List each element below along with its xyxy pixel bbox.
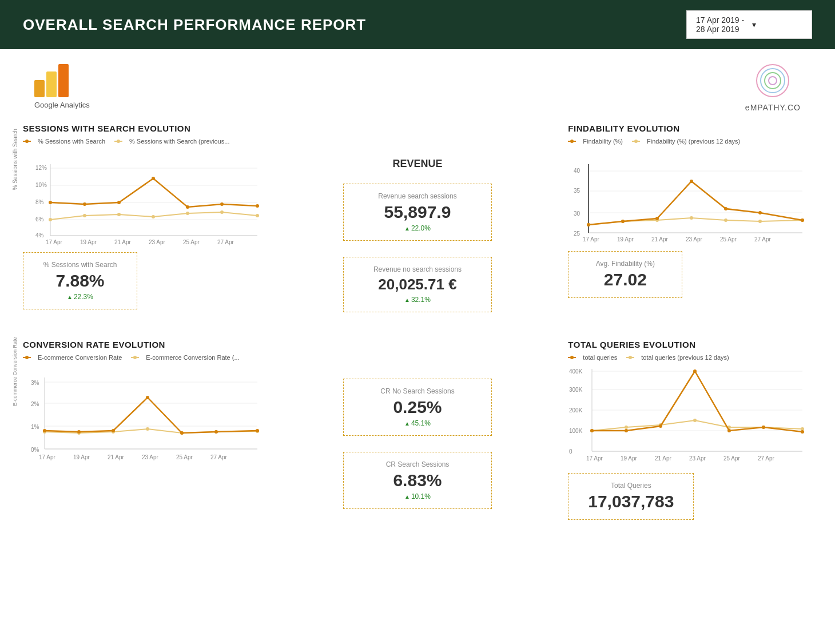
logos-row: Google Analytics eMPATHY.CO [0,49,835,112]
svg-text:0: 0 [569,448,572,455]
svg-point-112 [629,356,632,359]
legend-queries-current: total queries [568,354,617,361]
svg-text:23 Apr: 23 Apr [149,239,166,245]
svg-point-98 [112,429,115,432]
svg-text:17 Apr: 17 Apr [46,239,63,245]
revenue-section: REVENUE Revenue search sessions 55,897.9… [279,118,557,323]
svg-point-66 [724,207,727,210]
empathy-logo: eMPATHY.CO [745,61,801,112]
sessions-legend2: % Sessions with Search (previous... [129,138,229,145]
sessions-stat-value: 7.88% [34,271,126,291]
svg-text:19 Apr: 19 Apr [73,454,90,460]
svg-text:300K: 300K [569,387,583,393]
cr-search-label: CR Search Sessions [354,460,481,468]
legend-sessions-current: % Sessions with Search [23,138,105,145]
svg-text:0%: 0% [31,447,39,453]
findability-legend1: Findability (%) [583,138,623,145]
svg-point-136 [727,429,731,432]
svg-point-78 [133,356,137,359]
cr-nosearch-arrow-icon: ▲ [404,420,410,427]
svg-text:23 Apr: 23 Apr [686,236,703,243]
findability-stat-value: 27.02 [579,270,671,289]
svg-point-97 [77,430,81,434]
findability-stat-box: Avg. Findability (%) 27.02 [568,251,682,298]
conversion-y-label: E-commerce Conversion Rate [12,337,18,406]
sessions-legend: % Sessions with Search % Sessions with S… [23,138,267,145]
legend-conversion-current: E-commerce Conversion Rate [23,354,122,361]
conversion-legend: E-commerce Conversion Rate E-commerce Co… [23,354,267,361]
svg-point-62 [587,223,590,226]
legend-findability-prev-icon [632,138,645,144]
cr-nosearch-label: CR No Search Sessions [354,387,481,395]
svg-text:25 Apr: 25 Apr [723,455,741,462]
svg-text:27 Apr: 27 Apr [210,454,228,460]
legend-queries-prev-icon [626,355,639,360]
svg-point-63 [621,220,625,223]
svg-text:400K: 400K [569,368,583,375]
sessions-chart: 4% 6% 8% 10% 12% [23,147,263,244]
legend-queries-prev: total queries (previous 12 days) [626,354,729,361]
svg-text:10%: 10% [35,182,47,188]
svg-text:19 Apr: 19 Apr [80,239,97,245]
cr-search-value: 6.83% [354,471,481,490]
svg-text:25: 25 [574,230,580,237]
svg-text:3%: 3% [31,380,39,386]
cr-search-box: CR Search Sessions 6.83% ▲ 10.1% [343,452,492,509]
google-analytics-logo: Google Analytics [34,64,90,109]
svg-point-134 [659,424,662,428]
svg-point-24 [186,212,189,215]
ga-bar2 [46,71,57,97]
svg-point-128 [693,419,697,422]
revenue-nosearch-label: Revenue no search sessions [354,265,481,273]
sessions-title: SESSIONS WITH SEARCH EVOLUTION [23,124,267,133]
svg-point-135 [693,369,697,373]
svg-point-60 [758,220,762,223]
svg-point-7 [117,140,120,143]
svg-point-30 [152,177,155,180]
revenue-nosearch-change: ▲ 32.1% [354,296,481,304]
svg-point-96 [43,429,46,432]
svg-point-101 [214,430,218,434]
svg-point-92 [146,427,149,431]
svg-text:2%: 2% [31,401,39,407]
revenue-search-change-value: 22.0% [411,224,431,232]
svg-text:21 Apr: 21 Apr [114,239,132,245]
revenue-nosearch-arrow-icon: ▲ [404,297,410,303]
svg-text:6%: 6% [35,216,44,222]
findability-legend2: Findability (%) (previous 12 days) [647,138,740,145]
ga-bar1 [34,80,45,97]
svg-text:30: 30 [574,210,580,217]
date-range-picker[interactable]: 17 Apr 2019 - 28 Apr 2019 ▾ [686,10,812,39]
svg-point-126 [625,426,628,429]
page-header: OVERALL SEARCH PERFORMANCE REPORT 17 Apr… [0,0,835,49]
conversion-title: CONVERSION RATE EVOLUTION [23,340,267,349]
revenue-nosearch-value: 20,025.71 € [354,276,481,293]
svg-point-31 [186,205,189,209]
google-analytics-label: Google Analytics [34,101,90,109]
queries-legend2: total queries (previous 12 days) [641,354,729,361]
svg-point-100 [180,431,184,435]
svg-text:27 Apr: 27 Apr [754,236,772,243]
conversion-chart: 0% 1% 2% 3% [23,363,263,460]
svg-point-65 [690,180,693,183]
findability-stat-label: Avg. Findability (%) [579,260,671,268]
svg-point-138 [801,430,804,434]
total-queries-chart: 0 100K 200K 300K 400K [568,363,808,466]
revenue-nosearch-change-value: 32.1% [411,296,431,304]
svg-point-59 [724,218,727,222]
svg-text:21 Apr: 21 Apr [651,236,669,243]
legend-findability-prev: Findability (%) (previous 12 days) [632,138,740,145]
sessions-section: SESSIONS WITH SEARCH EVOLUTION % Session… [0,118,279,323]
svg-point-26 [256,214,259,217]
revenue-search-value: 55,897.9 [354,202,481,222]
svg-text:23 Apr: 23 Apr [689,455,706,462]
legend-line-current-icon [23,138,35,144]
svg-point-68 [801,218,804,222]
svg-point-33 [256,204,259,208]
svg-point-102 [256,429,259,432]
svg-point-58 [690,216,693,220]
queries-legend1: total queries [583,354,617,361]
sessions-legend1: % Sessions with Search [38,138,105,145]
ga-bar3 [58,64,69,97]
revenue-search-change: ▲ 22.0% [354,224,481,232]
